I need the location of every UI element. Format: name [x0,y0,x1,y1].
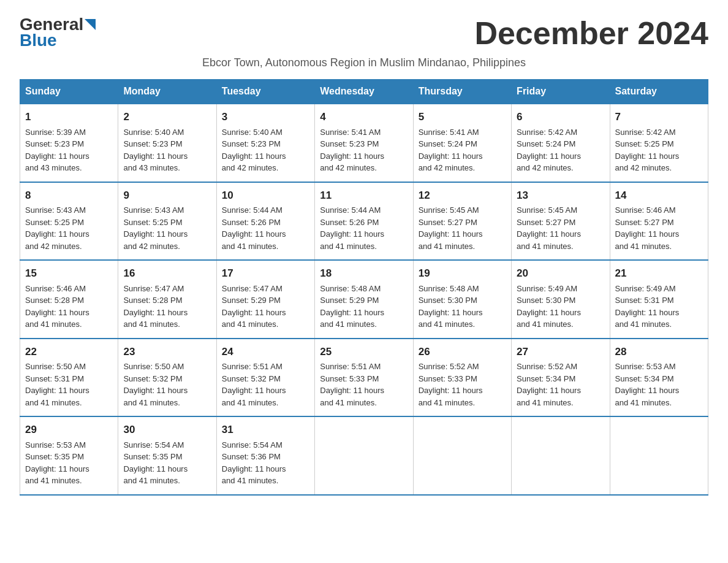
page-title: December 2024 [474,15,708,52]
table-row: 3Sunrise: 5:40 AMSunset: 5:23 PMDaylight… [216,104,314,182]
day-info: Sunrise: 5:44 AMSunset: 5:26 PMDaylight:… [222,205,286,251]
col-monday: Monday [118,80,216,104]
day-info: Sunrise: 5:54 AMSunset: 5:35 PMDaylight:… [123,440,188,486]
logo-blue: Blue [20,31,96,50]
day-number: 3 [222,109,309,125]
day-info: Sunrise: 5:47 AMSunset: 5:28 PMDaylight:… [123,284,188,329]
table-row: 1Sunrise: 5:39 AMSunset: 5:23 PMDaylight… [20,104,118,182]
day-info: Sunrise: 5:41 AMSunset: 5:24 PMDaylight:… [419,128,483,173]
day-number: 30 [123,422,211,438]
day-number: 23 [123,344,211,360]
table-row: 11Sunrise: 5:44 AMSunset: 5:26 PMDayligh… [315,182,413,261]
day-number: 15 [25,266,113,282]
svg-marker-0 [85,19,96,30]
day-info: Sunrise: 5:48 AMSunset: 5:29 PMDaylight:… [320,284,384,329]
table-row: 29Sunrise: 5:53 AMSunset: 5:35 PMDayligh… [20,416,118,495]
day-info: Sunrise: 5:43 AMSunset: 5:25 PMDaylight:… [123,205,188,251]
day-info: Sunrise: 5:49 AMSunset: 5:30 PMDaylight:… [517,284,581,329]
day-number: 2 [123,109,211,125]
day-number: 19 [419,266,506,282]
table-row: 10Sunrise: 5:44 AMSunset: 5:26 PMDayligh… [216,182,314,261]
col-tuesday: Tuesday [216,80,314,104]
calendar-week-row: 15Sunrise: 5:46 AMSunset: 5:28 PMDayligh… [20,260,708,339]
day-number: 18 [320,266,408,282]
day-info: Sunrise: 5:50 AMSunset: 5:31 PMDaylight:… [25,362,89,407]
day-info: Sunrise: 5:52 AMSunset: 5:33 PMDaylight:… [419,362,483,407]
calendar-week-row: 8Sunrise: 5:43 AMSunset: 5:25 PMDaylight… [20,182,708,261]
table-row: 25Sunrise: 5:51 AMSunset: 5:33 PMDayligh… [315,339,413,417]
table-row: 18Sunrise: 5:48 AMSunset: 5:29 PMDayligh… [315,260,413,339]
day-info: Sunrise: 5:53 AMSunset: 5:35 PMDaylight:… [25,440,89,486]
subtitle: Ebcor Town, Autonomous Region in Muslim … [20,56,708,69]
table-row: 26Sunrise: 5:52 AMSunset: 5:33 PMDayligh… [413,339,511,417]
day-number: 8 [25,188,113,204]
day-info: Sunrise: 5:51 AMSunset: 5:33 PMDaylight:… [320,362,384,407]
day-number: 7 [615,109,703,125]
table-row: 20Sunrise: 5:49 AMSunset: 5:30 PMDayligh… [512,260,610,339]
table-row: 14Sunrise: 5:46 AMSunset: 5:27 PMDayligh… [610,182,708,261]
day-number: 24 [222,344,309,360]
day-number: 21 [615,266,703,282]
day-number: 10 [222,188,309,204]
table-row: 12Sunrise: 5:45 AMSunset: 5:27 PMDayligh… [413,182,511,261]
table-row: 19Sunrise: 5:48 AMSunset: 5:30 PMDayligh… [413,260,511,339]
header-area: General Blue December 2024 [20,15,708,52]
day-info: Sunrise: 5:40 AMSunset: 5:23 PMDaylight:… [123,128,188,173]
day-info: Sunrise: 5:46 AMSunset: 5:27 PMDaylight:… [615,205,680,251]
day-number: 5 [419,109,506,125]
day-info: Sunrise: 5:40 AMSunset: 5:23 PMDaylight:… [222,128,286,173]
day-number: 14 [615,188,703,204]
table-row: 22Sunrise: 5:50 AMSunset: 5:31 PMDayligh… [20,339,118,417]
day-number: 17 [222,266,309,282]
day-number: 28 [615,344,703,360]
calendar-week-row: 29Sunrise: 5:53 AMSunset: 5:35 PMDayligh… [20,416,708,495]
day-number: 1 [25,109,113,125]
table-row [610,416,708,495]
table-row: 17Sunrise: 5:47 AMSunset: 5:29 PMDayligh… [216,260,314,339]
calendar-header-row: Sunday Monday Tuesday Wednesday Thursday… [20,80,708,104]
table-row: 16Sunrise: 5:47 AMSunset: 5:28 PMDayligh… [118,260,216,339]
table-row: 13Sunrise: 5:45 AMSunset: 5:27 PMDayligh… [512,182,610,261]
day-number: 12 [419,188,506,204]
table-row: 24Sunrise: 5:51 AMSunset: 5:32 PMDayligh… [216,339,314,417]
table-row [512,416,610,495]
logo: General Blue [20,15,96,50]
table-row: 4Sunrise: 5:41 AMSunset: 5:23 PMDaylight… [315,104,413,182]
day-number: 29 [25,422,113,438]
day-info: Sunrise: 5:48 AMSunset: 5:30 PMDaylight:… [419,284,483,329]
day-info: Sunrise: 5:42 AMSunset: 5:24 PMDaylight:… [517,128,581,173]
day-info: Sunrise: 5:45 AMSunset: 5:27 PMDaylight:… [517,205,581,251]
day-number: 4 [320,109,408,125]
table-row: 8Sunrise: 5:43 AMSunset: 5:25 PMDaylight… [20,182,118,261]
table-row: 6Sunrise: 5:42 AMSunset: 5:24 PMDaylight… [512,104,610,182]
calendar-table: Sunday Monday Tuesday Wednesday Thursday… [20,79,708,496]
day-info: Sunrise: 5:51 AMSunset: 5:32 PMDaylight:… [222,362,286,407]
day-number: 16 [123,266,211,282]
col-saturday: Saturday [610,80,708,104]
col-thursday: Thursday [413,80,511,104]
day-info: Sunrise: 5:46 AMSunset: 5:28 PMDaylight:… [25,284,89,329]
day-number: 9 [123,188,211,204]
day-number: 22 [25,344,113,360]
table-row: 5Sunrise: 5:41 AMSunset: 5:24 PMDaylight… [413,104,511,182]
col-wednesday: Wednesday [315,80,413,104]
day-info: Sunrise: 5:39 AMSunset: 5:23 PMDaylight:… [25,128,89,173]
day-number: 31 [222,422,309,438]
table-row: 30Sunrise: 5:54 AMSunset: 5:35 PMDayligh… [118,416,216,495]
table-row: 31Sunrise: 5:54 AMSunset: 5:36 PMDayligh… [216,416,314,495]
table-row: 21Sunrise: 5:49 AMSunset: 5:31 PMDayligh… [610,260,708,339]
table-row [413,416,511,495]
day-info: Sunrise: 5:47 AMSunset: 5:29 PMDaylight:… [222,284,286,329]
day-info: Sunrise: 5:43 AMSunset: 5:25 PMDaylight:… [25,205,89,251]
day-info: Sunrise: 5:54 AMSunset: 5:36 PMDaylight:… [222,440,286,486]
table-row: 7Sunrise: 5:42 AMSunset: 5:25 PMDaylight… [610,104,708,182]
day-info: Sunrise: 5:41 AMSunset: 5:23 PMDaylight:… [320,128,384,173]
day-info: Sunrise: 5:42 AMSunset: 5:25 PMDaylight:… [615,128,680,173]
table-row: 28Sunrise: 5:53 AMSunset: 5:34 PMDayligh… [610,339,708,417]
calendar-week-row: 1Sunrise: 5:39 AMSunset: 5:23 PMDaylight… [20,104,708,182]
day-number: 26 [419,344,506,360]
day-number: 20 [517,266,604,282]
day-number: 27 [517,344,604,360]
table-row: 15Sunrise: 5:46 AMSunset: 5:28 PMDayligh… [20,260,118,339]
col-friday: Friday [512,80,610,104]
